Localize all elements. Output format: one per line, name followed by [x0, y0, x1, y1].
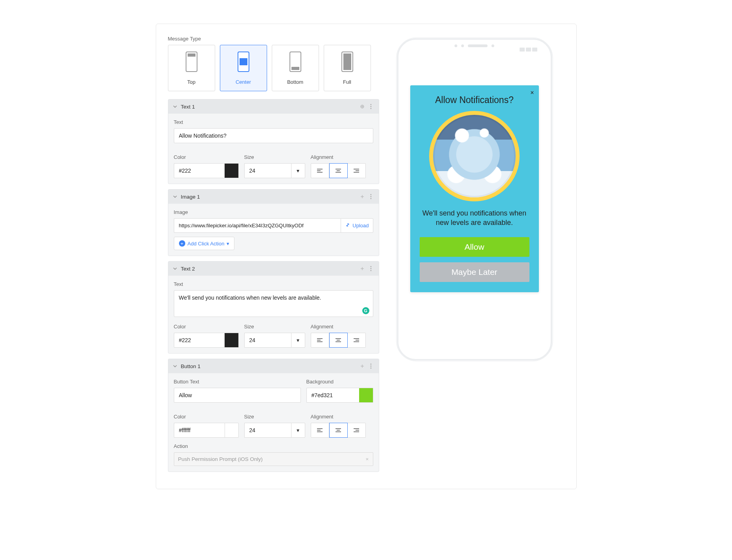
svg-point-12: [370, 194, 371, 195]
image1-url-input[interactable]: [174, 218, 341, 233]
message-type-top-label: Top: [187, 79, 195, 85]
button1-action-select[interactable]: Push Permission Prompt (iOS Only) ×: [174, 452, 373, 466]
text2-align-left[interactable]: [311, 333, 329, 348]
section-text2: Text 2 Text G Color: [168, 261, 379, 354]
text1-color-label: Color: [174, 154, 239, 160]
message-type-center[interactable]: Center: [220, 45, 267, 91]
message-type-bottom[interactable]: Bottom: [272, 45, 319, 91]
text1-color-swatch[interactable]: [225, 163, 239, 178]
button1-bg-swatch[interactable]: [359, 388, 373, 403]
image1-image-label: Image: [174, 209, 373, 215]
text2-color-input[interactable]: [174, 333, 225, 348]
svg-point-17: [370, 270, 371, 271]
text2-align-label: Alignment: [311, 324, 366, 330]
drag-handle-icon[interactable]: [359, 193, 365, 200]
preview-allow-button[interactable]: Allow: [420, 237, 529, 257]
button1-align-center[interactable]: [329, 423, 348, 438]
text1-align-center[interactable]: [329, 163, 348, 178]
text1-color-input[interactable]: [174, 163, 225, 178]
chevron-down-icon: ▾: [227, 241, 229, 247]
phone-icon-full: [341, 52, 353, 72]
preview-avatar: [429, 111, 520, 201]
text2-text-label: Text: [174, 281, 373, 287]
kebab-menu-icon[interactable]: [368, 193, 374, 200]
phone-frame: × Allow Notifications? We'll send you no…: [397, 38, 552, 361]
section-text1-header[interactable]: Text 1: [168, 99, 379, 114]
button1-align-left[interactable]: [311, 423, 329, 438]
text1-align-left[interactable]: [311, 163, 329, 178]
text2-text-input[interactable]: [174, 290, 373, 317]
svg-point-16: [370, 268, 371, 269]
button1-color-input[interactable]: [174, 423, 225, 438]
editor-column: Message Type Top Center Bottom Full: [168, 36, 379, 477]
button1-text-label: Button Text: [174, 379, 301, 385]
chevron-down-icon: [173, 103, 179, 110]
drag-handle-icon[interactable]: [359, 363, 365, 369]
phone-icon-bottom: [289, 52, 301, 72]
chevron-down-icon: [173, 265, 179, 272]
section-button1-header[interactable]: Button 1: [168, 359, 379, 373]
drag-handle-icon[interactable]: [359, 265, 365, 272]
kebab-menu-icon[interactable]: [368, 363, 374, 369]
section-button1: Button 1 Button Text Background: [168, 359, 379, 472]
section-text2-title: Text 2: [181, 266, 357, 272]
svg-point-0: [370, 104, 371, 105]
button1-align-label: Alignment: [311, 414, 366, 420]
phone-notch: [455, 44, 494, 47]
message-type-full[interactable]: Full: [324, 45, 371, 91]
button1-action-clear[interactable]: ×: [366, 456, 369, 462]
button1-bg-input[interactable]: [306, 388, 359, 403]
drag-handle-icon[interactable]: [359, 103, 365, 110]
button1-align-right[interactable]: [348, 423, 366, 438]
kebab-menu-icon[interactable]: [368, 103, 374, 110]
button1-color-swatch[interactable]: [225, 423, 239, 438]
text1-size-input[interactable]: [244, 163, 291, 178]
button1-size-label: Size: [244, 414, 305, 420]
message-type-center-label: Center: [236, 79, 251, 85]
plus-circle-icon: +: [179, 240, 185, 247]
text2-color-swatch[interactable]: [225, 333, 239, 348]
phone-icon-center: [238, 52, 249, 72]
text1-size-dropdown[interactable]: ▾: [291, 163, 305, 178]
status-icons: [520, 48, 537, 52]
text1-text-input[interactable]: [174, 128, 373, 143]
button1-size-dropdown[interactable]: ▾: [291, 423, 305, 438]
text1-align-right[interactable]: [348, 163, 366, 178]
chevron-down-icon: [173, 363, 179, 369]
message-type-label: Message Type: [168, 36, 379, 42]
kebab-menu-icon[interactable]: [368, 265, 374, 272]
svg-point-14: [370, 198, 371, 199]
text2-align-center[interactable]: [329, 333, 348, 348]
text2-size-label: Size: [244, 324, 305, 330]
button1-text-input[interactable]: [174, 388, 301, 403]
grammarly-icon[interactable]: G: [362, 307, 369, 314]
message-type-options: Top Center Bottom Full: [168, 45, 379, 91]
svg-point-15: [370, 266, 371, 267]
image1-upload-button[interactable]: Upload: [341, 218, 373, 233]
section-button1-title: Button 1: [181, 363, 357, 369]
section-text1-title: Text 1: [181, 104, 357, 110]
text2-align-right[interactable]: [348, 333, 366, 348]
message-type-full-label: Full: [343, 79, 351, 85]
section-image1-title: Image 1: [181, 194, 357, 200]
message-type-top[interactable]: Top: [168, 45, 215, 91]
image1-add-click-action[interactable]: + Add Click Action ▾: [174, 237, 235, 250]
section-text2-header[interactable]: Text 2: [168, 262, 379, 276]
text1-text-label: Text: [174, 119, 373, 125]
message-type-bottom-label: Bottom: [287, 79, 303, 85]
section-text1: Text 1 Text Color: [168, 99, 379, 184]
phone-icon-top: [186, 52, 197, 72]
preview-column: × Allow Notifications? We'll send you no…: [397, 36, 552, 361]
svg-point-27: [370, 364, 371, 365]
image1-upload-label: Upload: [352, 223, 369, 228]
button1-size-input[interactable]: [244, 423, 291, 438]
preview-later-button[interactable]: Maybe Later: [420, 262, 529, 282]
text2-size-dropdown[interactable]: ▾: [291, 333, 305, 348]
text2-size-input[interactable]: [244, 333, 291, 348]
button1-action-label: Action: [174, 443, 373, 449]
svg-point-28: [370, 366, 371, 367]
close-icon[interactable]: ×: [530, 89, 534, 96]
section-image1-header[interactable]: Image 1: [168, 190, 379, 204]
svg-point-13: [370, 196, 371, 197]
link-icon: [345, 222, 350, 229]
